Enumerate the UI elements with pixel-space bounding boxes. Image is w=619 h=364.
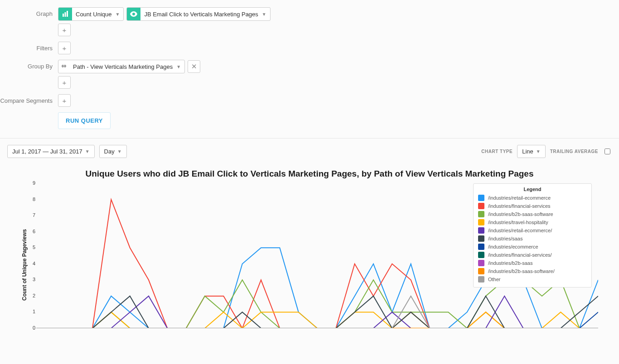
legend-item[interactable]: /industries/b2b-saas-software [478, 210, 587, 218]
legend-swatch [478, 260, 484, 266]
chart-title: Unique Users who did JB Email Click to V… [9, 169, 610, 179]
granularity-selector[interactable]: Day ▼ [99, 145, 127, 158]
label-group-by: Group By [0, 60, 58, 70]
y-tick: 2 [26, 293, 35, 298]
svg-point-3 [133, 14, 135, 15]
legend-swatch [478, 252, 484, 258]
y-tick: 3 [26, 277, 35, 282]
legend-item[interactable]: /industries/financial-services [478, 202, 587, 210]
chevron-down-icon: ▼ [117, 149, 122, 154]
run-query-button[interactable]: RUN QUERY [58, 112, 111, 129]
y-tick: 8 [26, 196, 35, 202]
legend-swatch [478, 219, 484, 225]
legend-item[interactable]: /industries/ecommerce [478, 243, 587, 251]
row-filters: Filters + [0, 42, 619, 54]
y-tick: 1 [26, 309, 35, 314]
legend-swatch [478, 211, 484, 217]
chart-type-label: CHART TYPE [481, 149, 513, 154]
chevron-down-icon: ▼ [536, 149, 541, 154]
metric-label: Count Unique [72, 11, 116, 18]
legend-item[interactable]: /industries/financial-services/ [478, 251, 587, 259]
y-tick: 5 [26, 244, 35, 250]
y-tick: 0 [26, 325, 35, 330]
event-selector[interactable]: JB Email Click to Verticals Marketing Pa… [126, 7, 270, 21]
y-tick: 7 [26, 212, 35, 218]
svg-rect-1 [65, 12, 66, 17]
label-filters: Filters [0, 42, 58, 52]
svg-rect-0 [63, 14, 64, 17]
chart-area: Count of Unique Pageviews 0123456789 Jul… [9, 183, 610, 346]
legend-swatch [478, 195, 484, 201]
eye-icon [127, 8, 140, 20]
legend-item[interactable]: /industries/retail-ecommerce [478, 194, 587, 202]
svg-rect-2 [67, 11, 68, 17]
chart-type-selector[interactable]: Line ▼ [517, 145, 545, 158]
row-group-by: Group By Path - View Verticals Marketing… [0, 60, 619, 89]
granularity-value: Day [104, 148, 115, 155]
legend-label: Other [488, 277, 501, 282]
y-tick: 6 [26, 229, 35, 234]
legend-item[interactable]: Other [478, 275, 587, 283]
group-by-selector[interactable]: Path - View Verticals Marketing Pages ▼ [58, 60, 185, 73]
legend-item[interactable]: /industries/saas [478, 235, 587, 243]
legend-swatch [478, 203, 484, 209]
add-filter-button[interactable]: + [58, 42, 71, 54]
chart-container: Unique Users who did JB Email Click to V… [0, 158, 619, 355]
legend-swatch [478, 235, 484, 242]
remove-group-by-button[interactable]: ✕ [188, 60, 200, 73]
bar-chart-icon [58, 8, 72, 20]
legend-label: /industries/retail-ecommerce [488, 195, 551, 201]
row-compare-segments: Compare Segments + [0, 94, 619, 107]
legend-swatch [478, 276, 484, 283]
legend-swatch [478, 244, 484, 250]
chevron-down-icon: ▼ [85, 149, 90, 154]
legend-title: Legend [478, 187, 587, 192]
legend-label: /industries/financial-services/ [488, 252, 552, 258]
legend-item[interactable]: /industries/b2b-saas-software/ [478, 267, 587, 275]
trailing-average-label: TRAILING AVERAGE [550, 149, 598, 154]
y-tick: 4 [26, 261, 35, 266]
chevron-down-icon: ▼ [116, 12, 124, 17]
legend-swatch [478, 268, 484, 274]
label-graph: Graph [0, 7, 58, 17]
legend-label: /industries/retail-ecommerce/ [488, 228, 552, 233]
legend-label: /industries/b2b-saas [488, 260, 532, 266]
query-builder: Graph Count Unique ▼ JB Emai [0, 0, 619, 139]
legend-item[interactable]: /industries/travel-hospitality [478, 218, 587, 226]
legend-item[interactable]: /industries/b2b-saas [478, 259, 587, 267]
chart-type-value: Line [522, 148, 533, 155]
metric-selector[interactable]: Count Unique ▼ [58, 7, 124, 21]
chevron-down-icon: ▼ [262, 12, 270, 17]
legend-label: /industries/travel-hospitality [488, 220, 548, 225]
legend: Legend /industries/retail-ecommerce/indu… [473, 183, 592, 287]
trailing-average-checkbox[interactable] [604, 148, 610, 154]
legend-item[interactable]: /industries/retail-ecommerce/ [478, 226, 587, 235]
row-graph: Graph Count Unique ▼ JB Emai [0, 7, 619, 36]
legend-label: /industries/financial-services [488, 203, 551, 209]
link-icon [58, 60, 69, 73]
legend-label: /industries/b2b-saas-software/ [488, 268, 555, 274]
group-by-label: Path - View Verticals Marketing Pages [69, 63, 176, 70]
legend-swatch [478, 227, 484, 234]
date-range-selector[interactable]: Jul 1, 2017 — Jul 31, 2017 ▼ [7, 145, 95, 158]
y-tick: 9 [26, 180, 35, 186]
add-group-by-button[interactable]: + [58, 76, 71, 89]
add-segment-button[interactable]: + [58, 94, 71, 107]
date-range-value: Jul 1, 2017 — Jul 31, 2017 [12, 148, 82, 155]
legend-label: /industries/saas [488, 236, 522, 241]
chevron-down-icon: ▼ [176, 64, 184, 69]
chart-toolbar: Jul 1, 2017 — Jul 31, 2017 ▼ Day ▼ CHART… [0, 139, 619, 158]
legend-label: /industries/b2b-saas-software [488, 211, 553, 217]
legend-label: /industries/ecommerce [488, 244, 538, 249]
add-graph-button[interactable]: + [58, 24, 71, 36]
event-label: JB Email Click to Verticals Marketing Pa… [140, 11, 261, 18]
label-compare-segments: Compare Segments [0, 94, 58, 104]
